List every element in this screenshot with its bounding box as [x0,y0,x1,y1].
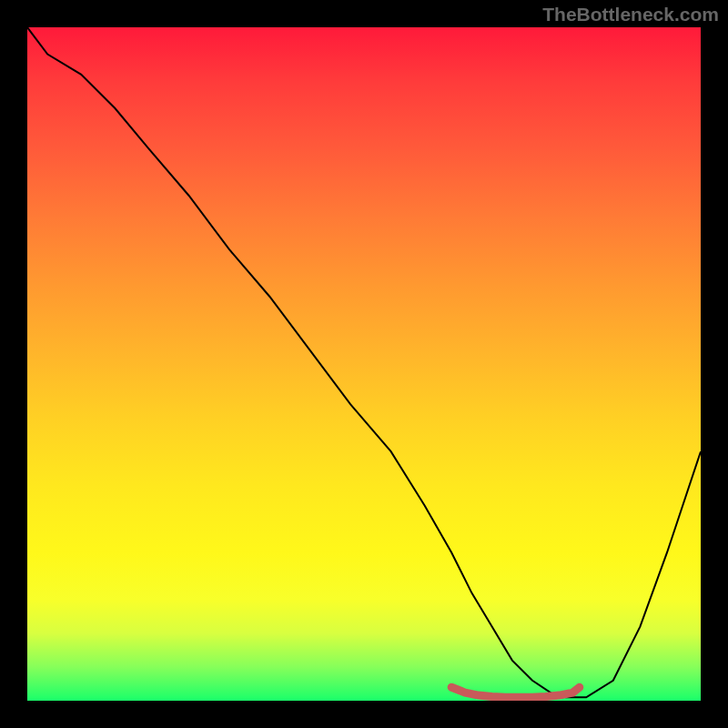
chart-svg [27,27,701,701]
bottleneck-curve-path [27,27,701,697]
watermark-text: TheBottleneck.com [542,4,719,25]
optimal-marker-path [451,687,580,697]
chart-plot-area [27,27,701,701]
